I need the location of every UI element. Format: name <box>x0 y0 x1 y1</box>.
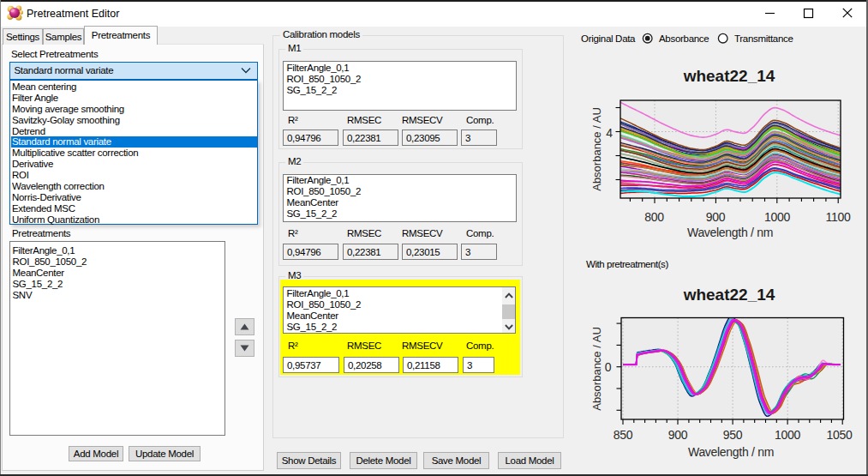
svg-text:wheat22_14: wheat22_14 <box>683 286 775 304</box>
svg-text:950: 950 <box>723 428 743 442</box>
svg-text:1100: 1100 <box>826 210 851 224</box>
svg-text:1050: 1050 <box>827 428 853 442</box>
svg-text:Wavelength / nm: Wavelength / nm <box>687 226 773 239</box>
svg-text:900: 900 <box>706 210 726 224</box>
svg-text:850: 850 <box>614 428 633 442</box>
svg-text:800: 800 <box>644 210 664 224</box>
svg-text:Absorbance / AU: Absorbance / AU <box>590 107 603 191</box>
svg-text:1000: 1000 <box>775 428 800 442</box>
svg-text:4: 4 <box>606 126 613 140</box>
svg-text:wheat22_14: wheat22_14 <box>683 67 775 85</box>
svg-text:1000: 1000 <box>764 210 790 224</box>
svg-text:0: 0 <box>605 360 612 374</box>
svg-text:900: 900 <box>668 428 688 442</box>
svg-text:Absorbance / AU: Absorbance / AU <box>590 327 603 411</box>
svg-text:Wavelength / nm: Wavelength / nm <box>688 445 774 459</box>
